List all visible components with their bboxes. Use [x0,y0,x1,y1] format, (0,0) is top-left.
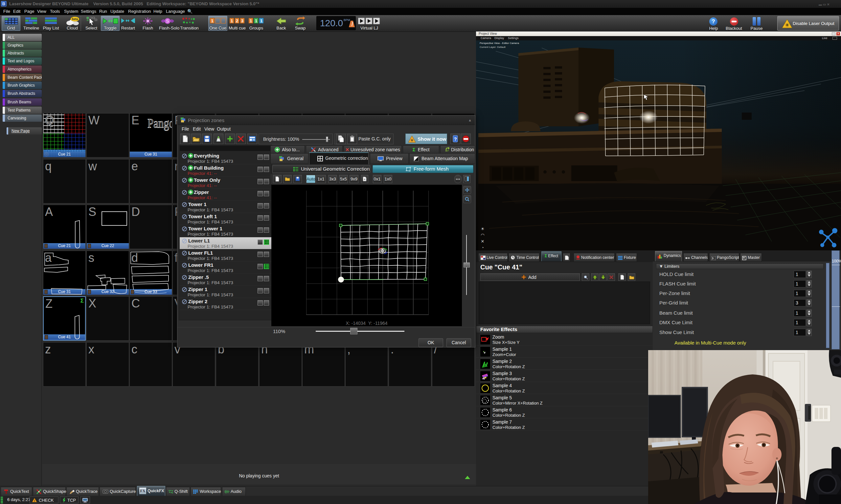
svg-text:1: 1 [230,19,233,23]
svg-text:S: S [166,18,169,24]
svg-text:1: 1 [260,19,262,23]
svg-text:beta: beta [72,17,79,21]
svg-text:✳: ✳ [410,138,414,143]
svg-text:1: 1 [250,19,252,23]
svg-text:3: 3 [241,19,243,23]
svg-text:?: ? [454,136,457,142]
svg-text:2: 2 [236,19,238,23]
svg-text:✳: ✳ [785,22,789,28]
svg-text:1: 1 [211,19,213,23]
svg-text:1: 1 [255,19,257,23]
svg-text:!: ! [34,499,35,502]
